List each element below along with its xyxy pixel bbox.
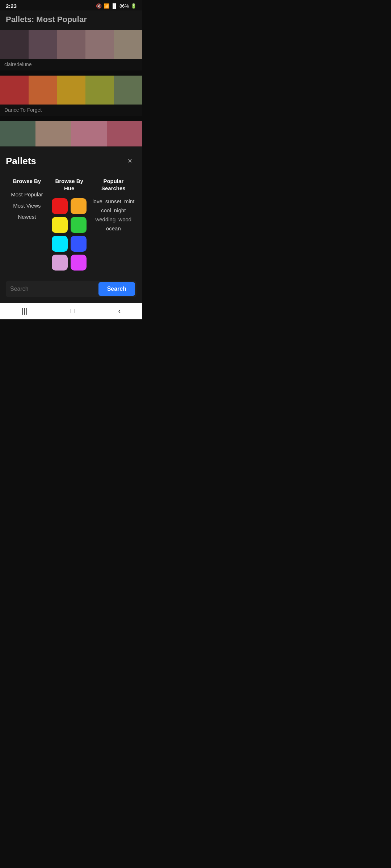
- tag-wood[interactable]: wood: [118, 216, 131, 222]
- swatch: [85, 30, 114, 59]
- swatch: [107, 121, 142, 146]
- nav-recents-icon[interactable]: |||: [22, 307, 28, 315]
- sheet-header: Pallets ×: [6, 154, 136, 167]
- nav-home-icon[interactable]: □: [71, 307, 75, 315]
- hue-green[interactable]: [71, 217, 87, 233]
- palette-list: clairedelune Dance To Forget: [0, 30, 142, 146]
- wifi-icon: 📶: [104, 3, 109, 9]
- swatch: [0, 76, 29, 105]
- hue-grid: [52, 198, 87, 271]
- col-browse-hue: Browse ByHue: [48, 178, 91, 271]
- palette-item-dance-to-forget[interactable]: Dance To Forget: [0, 76, 142, 116]
- tag-sunset[interactable]: sunset: [105, 198, 121, 204]
- hue-yellow[interactable]: [52, 217, 68, 233]
- browse-most-popular[interactable]: Most Popular: [11, 191, 43, 197]
- bottom-sheet: Pallets × Browse By Most Popular Most Vi…: [0, 147, 142, 303]
- swatch: [114, 76, 142, 105]
- browse-most-views[interactable]: Most Views: [13, 203, 41, 209]
- tag-night[interactable]: night: [114, 207, 126, 213]
- browse-by-heading: Browse By: [13, 178, 41, 185]
- popular-tags: love sunset mint cool night wedding wood…: [91, 198, 136, 231]
- popular-searches-heading: PopularSearches: [101, 178, 126, 192]
- tag-love[interactable]: love: [92, 198, 102, 204]
- sheet-title: Pallets: [6, 156, 36, 167]
- swatch: [35, 121, 71, 146]
- hue-blue[interactable]: [71, 236, 87, 252]
- browse-newest[interactable]: Newest: [18, 214, 36, 220]
- tag-wedding[interactable]: wedding: [95, 216, 115, 222]
- palette-name: Dance To Forget: [4, 107, 42, 113]
- palette-swatches: [0, 76, 142, 105]
- nav-back-icon[interactable]: ‹: [118, 307, 121, 315]
- page-header: Pallets: Most Popular: [0, 10, 142, 30]
- page-title: Pallets: Most Popular: [6, 15, 136, 24]
- palette-label-row: Dance To Forget: [0, 105, 142, 116]
- palette-gap: [0, 71, 142, 76]
- palette-item-clairedelune[interactable]: clairedelune: [0, 30, 142, 71]
- swatch: [71, 121, 107, 146]
- palette-item-3[interactable]: [0, 121, 142, 146]
- hue-red[interactable]: [52, 198, 68, 214]
- swatch: [57, 30, 85, 59]
- browse-hue-heading: Browse ByHue: [55, 178, 83, 192]
- col-browse-by: Browse By Most Popular Most Views Newest: [6, 178, 48, 271]
- hue-cyan[interactable]: [52, 236, 68, 252]
- swatch: [57, 76, 85, 105]
- swatch: [0, 121, 35, 146]
- tag-ocean[interactable]: ocean: [106, 225, 121, 231]
- swatch: [0, 30, 29, 59]
- status-icons: 🔇 📶 ▐▌ 86% 🔋: [96, 3, 136, 9]
- mute-icon: 🔇: [96, 3, 102, 9]
- search-bar: Search: [6, 281, 136, 297]
- search-button[interactable]: Search: [98, 282, 135, 296]
- sheet-columns: Browse By Most Popular Most Views Newest…: [6, 178, 136, 271]
- status-bar: 2:23 🔇 📶 ▐▌ 86% 🔋: [0, 0, 142, 10]
- swatch: [29, 76, 57, 105]
- swatch: [85, 76, 114, 105]
- palette-label-row: clairedelune: [0, 59, 142, 71]
- col-popular-searches: PopularSearches love sunset mint cool ni…: [91, 178, 136, 271]
- tag-mint[interactable]: mint: [124, 198, 134, 204]
- hue-orange[interactable]: [71, 198, 87, 214]
- hue-pink[interactable]: [52, 255, 68, 271]
- search-input[interactable]: [10, 286, 96, 292]
- close-button[interactable]: ×: [123, 154, 136, 167]
- palette-name: clairedelune: [4, 61, 32, 67]
- swatch: [29, 30, 57, 59]
- swatch: [114, 30, 142, 59]
- battery-icon: 🔋: [131, 3, 136, 9]
- palette-gap: [0, 117, 142, 121]
- tag-cool[interactable]: cool: [101, 207, 111, 213]
- signal-icon: ▐▌: [111, 3, 118, 9]
- battery-label: 86%: [119, 3, 129, 9]
- hue-magenta[interactable]: [71, 255, 87, 271]
- status-time: 2:23: [6, 3, 17, 9]
- palette-swatches: [0, 121, 142, 146]
- nav-bar: ||| □ ‹: [0, 303, 142, 319]
- palette-swatches: [0, 30, 142, 59]
